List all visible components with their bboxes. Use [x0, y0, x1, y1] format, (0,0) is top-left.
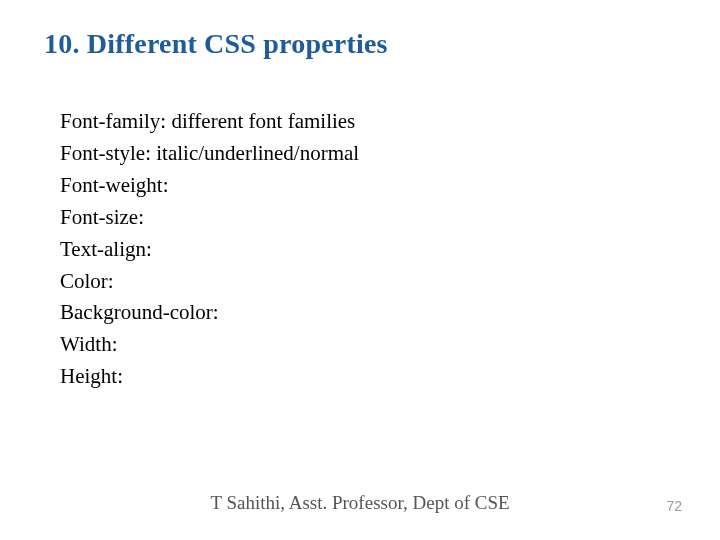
body-line: Font-weight:: [60, 170, 359, 202]
body-line: Width:: [60, 329, 359, 361]
slide-title: 10. Different CSS properties: [44, 28, 388, 60]
body-line: Text-align:: [60, 234, 359, 266]
body-line: Height:: [60, 361, 359, 393]
slide-footer: T Sahithi, Asst. Professor, Dept of CSE: [0, 492, 720, 514]
slide: 10. Different CSS properties Font-family…: [0, 0, 720, 540]
body-line: Font-size:: [60, 202, 359, 234]
body-line: Color:: [60, 266, 359, 298]
body-line: Font-family: different font families: [60, 106, 359, 138]
page-number: 72: [666, 498, 682, 514]
body-line: Background-color:: [60, 297, 359, 329]
slide-body: Font-family: different font families Fon…: [60, 106, 359, 393]
body-line: Font-style: italic/underlined/normal: [60, 138, 359, 170]
